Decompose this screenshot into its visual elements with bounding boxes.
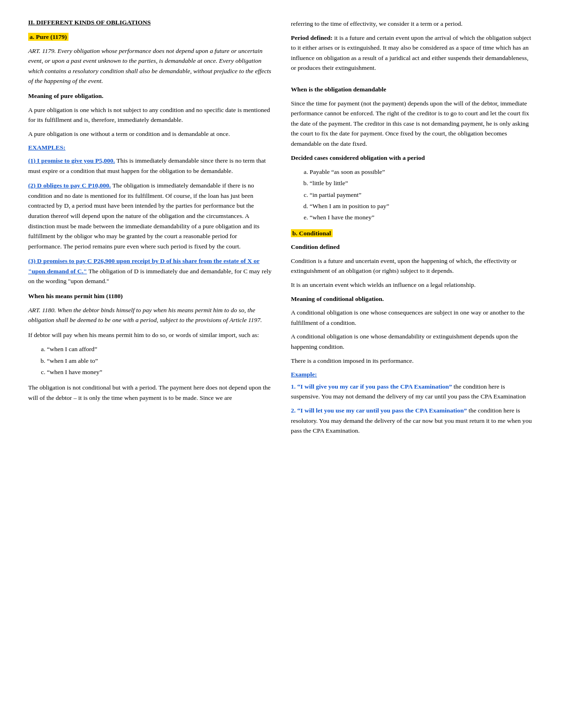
right-example1-blue: 1. “I will give you my car if you pass t…: [291, 383, 452, 390]
if-debtor-text: If debtor will pay when his means permit…: [28, 330, 272, 340]
uncertain-event-text: It is an uncertain event which wields an…: [291, 280, 535, 290]
decided-case-1: Payable “as soon as possible”: [310, 166, 535, 178]
example1-lead: (1) I promise to give you P5,000.: [28, 157, 115, 164]
art1180: ART. 1180. When the debtor binds himself…: [28, 305, 272, 325]
page-container: II. DIFFERENT KINDS OF OBLIGATIONS a. Pu…: [28, 19, 535, 440]
meaning-conditional-p1: A conditional obligation is one whose co…: [291, 308, 535, 328]
right-example2-blue: 2. “I will let you use my car until you …: [291, 407, 467, 414]
decided-case-3: “in partial payment”: [310, 189, 535, 201]
left-column: II. DIFFERENT KINDS OF OBLIGATIONS a. Pu…: [28, 19, 272, 440]
condition-defined-text: Condition is a future and uncertain even…: [291, 256, 535, 276]
when-obligation-heading: When is the obligation demandable: [291, 84, 535, 95]
example2-lead: (2) D obliges to pay C P10,000.: [28, 182, 111, 189]
examples-label: EXAMPLES:: [28, 143, 272, 153]
decided-case-2: “little by little”: [310, 178, 535, 189]
example2-rest: The obligation is immediately demandable…: [28, 182, 259, 250]
example3: (3) D promises to pay C P26,900 upon rec…: [28, 256, 272, 286]
condition-defined-heading: Condition defined: [291, 242, 535, 252]
obligation-not-conditional: The obligation is not conditional but wi…: [28, 383, 272, 403]
debtor-list: “when I can afford” “when I am able to” …: [47, 344, 272, 378]
highlight-a: a. Pure (1179): [28, 33, 68, 41]
decided-cases-list: Payable “as soon as possible” “little by…: [310, 166, 535, 223]
when-obligation-text: Since the time for payment (not the paym…: [291, 98, 535, 149]
example1: (1) I promise to give you P5,000. This i…: [28, 156, 272, 176]
subsection-b-label: b. Conditional: [291, 228, 333, 239]
period-defined-heading: Period defined:: [291, 34, 333, 41]
decided-cases-heading: Decided cases considered obligation with…: [291, 153, 535, 163]
art1179: ART. 1179. Every obligation whose perfor…: [28, 46, 272, 86]
decided-case-5: “when I have the money”: [310, 212, 535, 223]
example2: (2) D obliges to pay C P10,000. The obli…: [28, 180, 272, 251]
highlight-b: b. Conditional: [291, 229, 333, 237]
period-defined: Period defined: it is a future and certa…: [291, 33, 535, 73]
condition-imposed-text: There is a condition imposed in its perf…: [291, 356, 535, 366]
decided-case-4: “When I am in position to pay”: [310, 201, 535, 212]
when-means-heading: When his means permit him (1180): [28, 291, 272, 301]
right-example1: 1. “I will give you my car if you pass t…: [291, 382, 535, 402]
referring-text: referring to the time of effectivity, we…: [291, 19, 535, 29]
right-column: referring to the time of effectivity, we…: [291, 19, 535, 440]
meaning-heading: Meaning of pure obligation.: [28, 91, 272, 101]
section-title: II. DIFFERENT KINDS OF OBLIGATIONS: [28, 19, 272, 26]
meaning-p1: A pure obligation is one which is not su…: [28, 105, 272, 125]
meaning-conditional-heading: Meaning of conditional obligation.: [291, 294, 535, 304]
subsection-a-label: a. Pure (1179): [28, 32, 68, 42]
list-item-1: “when I can afford”: [47, 344, 272, 355]
example-label: Example:: [291, 369, 535, 380]
meaning-p2: A pure obligation is one without a term …: [28, 129, 272, 139]
right-example2: 2. “I will let you use my car until you …: [291, 405, 535, 436]
list-item-3: “when I have money”: [47, 367, 272, 378]
list-item-2: “when I am able to”: [47, 355, 272, 367]
meaning-conditional-p2: A conditional obligation is one whose de…: [291, 331, 535, 352]
